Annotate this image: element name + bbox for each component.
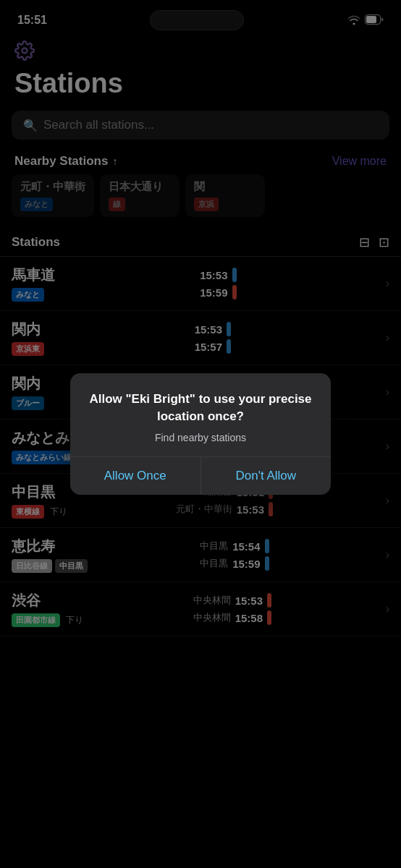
modal-overlay: Allow "Eki Bright" to use your precise l… bbox=[0, 0, 401, 868]
modal-buttons: Allow Once Don't Allow bbox=[70, 456, 331, 495]
modal-subtitle: Find nearby stations bbox=[88, 431, 313, 446]
allow-once-button[interactable]: Allow Once bbox=[70, 457, 201, 495]
modal-title: Allow "Eki Bright" to use your precise l… bbox=[88, 391, 313, 425]
modal-body: Allow "Eki Bright" to use your precise l… bbox=[70, 373, 331, 456]
location-permission-modal: Allow "Eki Bright" to use your precise l… bbox=[70, 373, 331, 495]
dont-allow-button[interactable]: Don't Allow bbox=[201, 457, 332, 495]
